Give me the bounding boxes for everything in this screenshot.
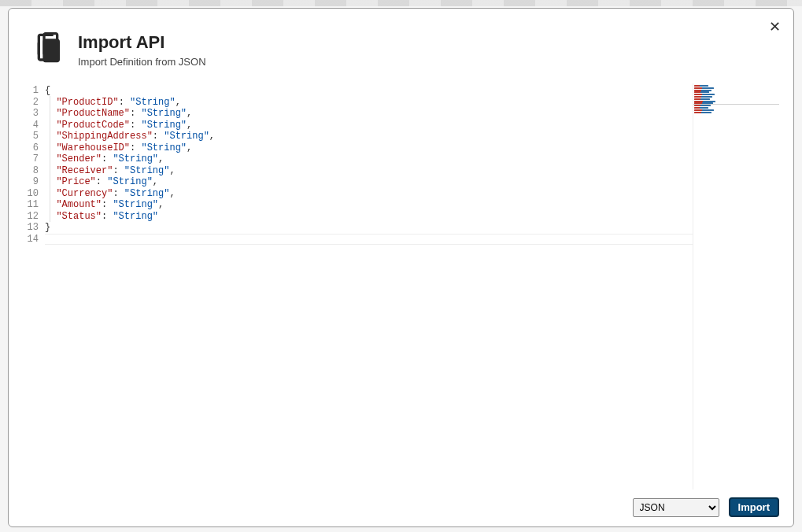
- code-editor[interactable]: 1234567891011121314 { "ProductID": "Stri…: [18, 83, 779, 490]
- line-number-gutter: 1234567891011121314: [18, 83, 45, 490]
- code-minimap[interactable]: [693, 83, 779, 490]
- minimap-content: [694, 85, 718, 113]
- dialog-header: Import API Import Definition from JSON: [9, 9, 793, 76]
- close-button[interactable]: ✕: [769, 20, 781, 34]
- dialog-title: Import API: [78, 32, 206, 53]
- import-icon: [32, 32, 64, 67]
- dialog-footer: JSON Import: [9, 490, 793, 526]
- code-content-area[interactable]: { "ProductID": "String", "ProductName": …: [45, 83, 693, 490]
- format-select[interactable]: JSON: [633, 498, 719, 517]
- import-api-dialog: ✕ Import API Import Definition from JSON…: [8, 8, 794, 527]
- import-button[interactable]: Import: [729, 497, 779, 517]
- dialog-subtitle: Import Definition from JSON: [78, 56, 206, 68]
- header-text: Import API Import Definition from JSON: [78, 32, 206, 68]
- background-blur: [0, 0, 802, 6]
- minimap-viewport-line: [693, 104, 779, 105]
